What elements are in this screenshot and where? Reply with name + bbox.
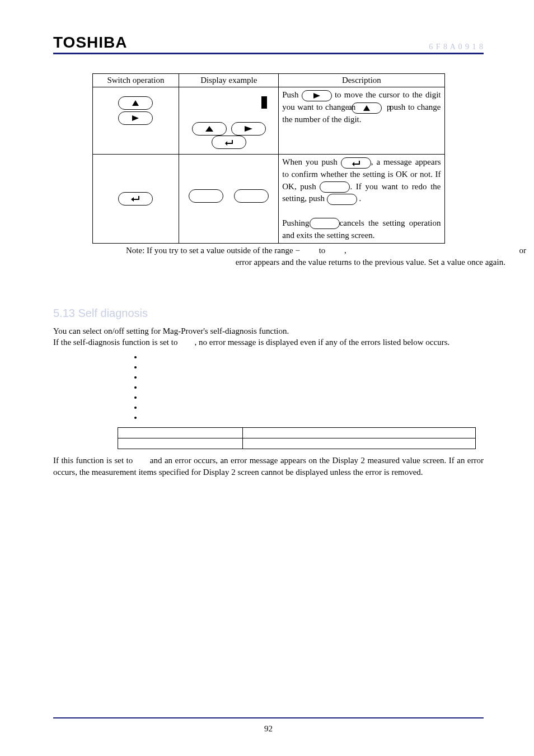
- paragraph: You can select on/off setting for Mag-Pr…: [53, 325, 484, 348]
- th-switch: Switch operation: [92, 74, 179, 87]
- svg-marker-0: [132, 100, 139, 106]
- cursor-icon: [261, 96, 267, 109]
- set-button-icon: SET: [320, 181, 350, 193]
- display-hint-buttons: [182, 112, 275, 152]
- td-range: ON / OFF: [243, 438, 476, 449]
- page-number: 92: [264, 724, 273, 733]
- display-value: S E T O K ?: [182, 156, 275, 179]
- display-value: 0 0 . 0 0 0: [182, 89, 275, 112]
- list-item: Empty pipe detected: [143, 403, 484, 413]
- th-description: Description: [279, 74, 444, 87]
- svg-marker-4: [313, 93, 320, 99]
- list-item: ROM error: [143, 352, 484, 362]
- esc-button-icon: ESC: [327, 194, 357, 205]
- list-item: RAM error: [143, 362, 484, 372]
- up-button-icon: [192, 122, 227, 136]
- table-row: 0 0 . 0 0 0 Push to move the cursor to t…: [92, 87, 444, 155]
- th-default: Default setting: [118, 428, 243, 438]
- error-list: ROM error RAM error Parameter error Exci…: [143, 352, 484, 423]
- enter-button-icon: [212, 136, 246, 149]
- th-display: Display example: [179, 74, 279, 87]
- list-item: Range over: [143, 413, 484, 423]
- svg-marker-2: [205, 126, 213, 132]
- note-text: Note: If you try to set a value outside …: [126, 245, 526, 268]
- list-item: Calculation error: [143, 393, 484, 403]
- svg-marker-5: [363, 105, 370, 111]
- paragraph: If this function is set to ON and an err…: [53, 455, 484, 478]
- document-code: 6 F 8 A 0 9 1 8: [429, 43, 484, 52]
- right-button[interactable]: [118, 111, 153, 125]
- th-range: Setting range: [243, 428, 476, 438]
- description-text: Push to move the cursor to the digit you…: [282, 89, 441, 125]
- right-button-icon: [302, 90, 332, 101]
- section-heading: 5.13 Self diagnosis: [53, 307, 484, 320]
- enter-button-icon: [341, 157, 371, 169]
- description-text: When you push , a message appears to con…: [282, 156, 441, 241]
- set-button-icon: SET: [189, 189, 223, 203]
- operation-table: Switch operation Display example Descrip…: [92, 73, 445, 244]
- svg-marker-1: [132, 115, 139, 121]
- esc-button-icon: ESC: [234, 189, 269, 203]
- brand-logo: TOSHIBA: [53, 34, 128, 52]
- settings-table: Default setting Setting range ON ON / OF…: [118, 427, 476, 449]
- list-item: Parameter error: [143, 372, 484, 382]
- svg-marker-3: [245, 126, 252, 132]
- table-row: S E T O K ? SET ESC When you push , a me…: [92, 155, 444, 244]
- esc-button-icon: ESC: [310, 218, 340, 229]
- up-button-icon: [352, 102, 382, 114]
- list-item: Excitation current error: [143, 382, 484, 393]
- td-default: ON: [118, 438, 243, 449]
- right-button-icon: [231, 122, 266, 136]
- enter-button[interactable]: [118, 192, 153, 206]
- up-button[interactable]: [118, 96, 153, 110]
